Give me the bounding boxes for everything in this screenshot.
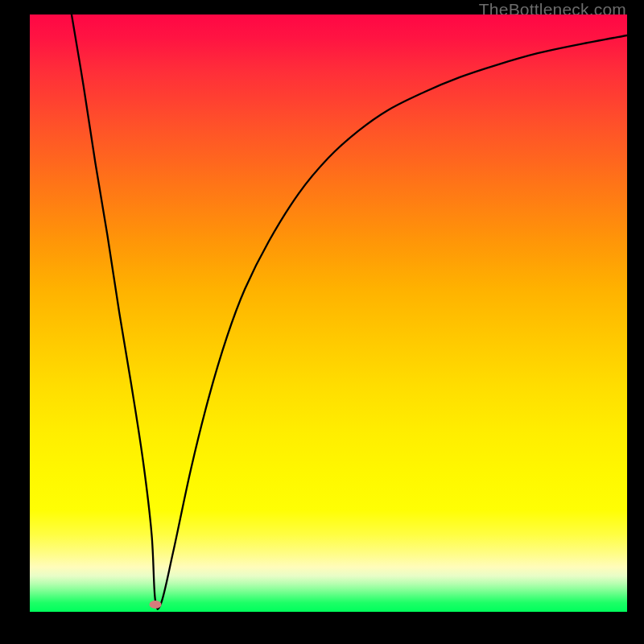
gradient-background xyxy=(30,14,627,612)
chart-frame: TheBottleneck.com xyxy=(0,0,644,644)
plot-area xyxy=(30,14,627,612)
